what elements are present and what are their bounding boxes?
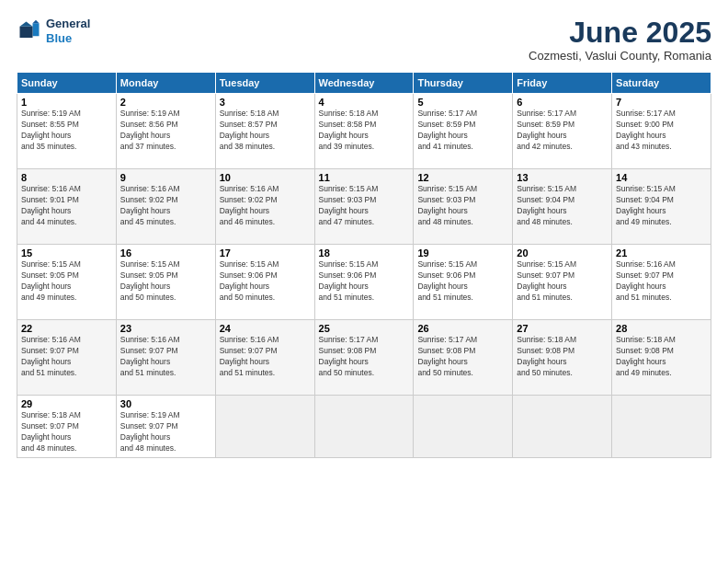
day-number: 25 bbox=[319, 323, 410, 334]
day-number: 29 bbox=[21, 398, 112, 409]
calendar-cell bbox=[612, 396, 711, 458]
calendar-cell: 19 Sunrise: 5:15 AM Sunset: 9:06 PM Dayl… bbox=[414, 245, 513, 320]
calendar-cell: 20 Sunrise: 5:15 AM Sunset: 9:07 PM Dayl… bbox=[513, 245, 612, 320]
svg-marker-0 bbox=[33, 23, 40, 36]
header-sunday: Sunday bbox=[17, 73, 117, 94]
day-number: 22 bbox=[21, 323, 112, 334]
calendar-cell: 15 Sunrise: 5:15 AM Sunset: 9:05 PM Dayl… bbox=[17, 245, 117, 320]
logo: General Blue bbox=[17, 17, 90, 45]
day-info: Sunrise: 5:15 AM Sunset: 9:04 PM Dayligh… bbox=[517, 184, 608, 228]
calendar-cell: 4 Sunrise: 5:18 AM Sunset: 8:58 PM Dayli… bbox=[314, 94, 414, 169]
day-number: 11 bbox=[319, 172, 410, 183]
day-number: 13 bbox=[517, 172, 608, 183]
day-number: 24 bbox=[220, 323, 311, 334]
calendar-header-row: Sunday Monday Tuesday Wednesday Thursday… bbox=[17, 73, 711, 94]
page: General Blue June 2025 Cozmesti, Vaslui … bbox=[0, 0, 728, 563]
day-info: Sunrise: 5:15 AM Sunset: 9:06 PM Dayligh… bbox=[417, 259, 508, 304]
day-info: Sunrise: 5:15 AM Sunset: 9:03 PM Dayligh… bbox=[319, 184, 410, 228]
calendar-cell: 7 Sunrise: 5:17 AM Sunset: 9:00 PM Dayli… bbox=[612, 94, 711, 169]
calendar-cell: 10 Sunrise: 5:16 AM Sunset: 9:02 PM Dayl… bbox=[215, 169, 314, 245]
day-info: Sunrise: 5:18 AM Sunset: 9:08 PM Dayligh… bbox=[616, 335, 707, 379]
day-number: 30 bbox=[120, 398, 211, 409]
calendar-cell bbox=[414, 396, 513, 458]
day-info: Sunrise: 5:15 AM Sunset: 9:04 PM Dayligh… bbox=[616, 184, 707, 228]
day-info: Sunrise: 5:18 AM Sunset: 8:57 PM Dayligh… bbox=[220, 109, 311, 153]
day-info: Sunrise: 5:17 AM Sunset: 8:59 PM Dayligh… bbox=[417, 109, 508, 153]
day-number: 21 bbox=[616, 247, 707, 259]
day-number: 4 bbox=[319, 97, 410, 108]
header-wednesday: Wednesday bbox=[314, 73, 414, 94]
header-thursday: Thursday bbox=[414, 73, 513, 94]
day-info: Sunrise: 5:15 AM Sunset: 9:07 PM Dayligh… bbox=[517, 259, 608, 304]
day-info: Sunrise: 5:15 AM Sunset: 9:03 PM Dayligh… bbox=[417, 184, 508, 228]
day-number: 26 bbox=[417, 323, 508, 334]
day-number: 12 bbox=[417, 172, 508, 183]
calendar-cell: 9 Sunrise: 5:16 AM Sunset: 9:02 PM Dayli… bbox=[116, 169, 215, 245]
calendar-cell: 18 Sunrise: 5:15 AM Sunset: 9:06 PM Dayl… bbox=[314, 245, 414, 320]
calendar-cell: 12 Sunrise: 5:15 AM Sunset: 9:03 PM Dayl… bbox=[414, 169, 513, 245]
calendar-cell: 21 Sunrise: 5:16 AM Sunset: 9:07 PM Dayl… bbox=[612, 245, 711, 320]
day-number: 15 bbox=[21, 247, 112, 259]
day-number: 17 bbox=[220, 247, 311, 259]
day-info: Sunrise: 5:17 AM Sunset: 9:08 PM Dayligh… bbox=[319, 335, 410, 379]
day-number: 3 bbox=[220, 97, 311, 108]
day-info: Sunrise: 5:15 AM Sunset: 9:05 PM Dayligh… bbox=[120, 259, 211, 304]
calendar-cell: 16 Sunrise: 5:15 AM Sunset: 9:05 PM Dayl… bbox=[116, 245, 215, 320]
day-info: Sunrise: 5:16 AM Sunset: 9:01 PM Dayligh… bbox=[21, 184, 112, 228]
day-info: Sunrise: 5:17 AM Sunset: 9:08 PM Dayligh… bbox=[417, 335, 508, 379]
calendar-cell: 1 Sunrise: 5:19 AM Sunset: 8:55 PM Dayli… bbox=[17, 94, 117, 169]
day-info: Sunrise: 5:17 AM Sunset: 8:59 PM Dayligh… bbox=[517, 109, 608, 153]
day-info: Sunrise: 5:16 AM Sunset: 9:07 PM Dayligh… bbox=[120, 335, 211, 379]
calendar-cell: 24 Sunrise: 5:16 AM Sunset: 9:07 PM Dayl… bbox=[215, 320, 314, 396]
calendar-cell bbox=[314, 396, 414, 458]
header-saturday: Saturday bbox=[612, 73, 711, 94]
day-info: Sunrise: 5:19 AM Sunset: 9:07 PM Dayligh… bbox=[120, 410, 211, 454]
day-info: Sunrise: 5:16 AM Sunset: 9:07 PM Dayligh… bbox=[21, 335, 112, 379]
location: Cozmesti, Vaslui County, Romania bbox=[529, 49, 711, 63]
day-info: Sunrise: 5:18 AM Sunset: 9:07 PM Dayligh… bbox=[21, 410, 112, 454]
calendar-cell: 8 Sunrise: 5:16 AM Sunset: 9:01 PM Dayli… bbox=[17, 169, 117, 245]
calendar-cell: 11 Sunrise: 5:15 AM Sunset: 9:03 PM Dayl… bbox=[314, 169, 414, 245]
header-monday: Monday bbox=[116, 73, 215, 94]
day-number: 18 bbox=[319, 247, 410, 259]
calendar-cell: 3 Sunrise: 5:18 AM Sunset: 8:57 PM Dayli… bbox=[215, 94, 314, 169]
day-info: Sunrise: 5:19 AM Sunset: 8:55 PM Dayligh… bbox=[21, 109, 112, 153]
calendar-cell: 6 Sunrise: 5:17 AM Sunset: 8:59 PM Dayli… bbox=[513, 94, 612, 169]
day-number: 1 bbox=[21, 97, 112, 108]
day-info: Sunrise: 5:15 AM Sunset: 9:06 PM Dayligh… bbox=[319, 259, 410, 304]
calendar-cell bbox=[513, 396, 612, 458]
logo-text-blue: Blue bbox=[46, 31, 90, 46]
day-info: Sunrise: 5:16 AM Sunset: 9:02 PM Dayligh… bbox=[220, 184, 311, 228]
day-info: Sunrise: 5:18 AM Sunset: 9:08 PM Dayligh… bbox=[517, 335, 608, 379]
day-info: Sunrise: 5:16 AM Sunset: 9:07 PM Dayligh… bbox=[616, 259, 707, 304]
day-info: Sunrise: 5:15 AM Sunset: 9:06 PM Dayligh… bbox=[220, 259, 311, 304]
svg-marker-3 bbox=[20, 21, 33, 26]
svg-marker-1 bbox=[33, 19, 40, 23]
calendar-cell: 13 Sunrise: 5:15 AM Sunset: 9:04 PM Dayl… bbox=[513, 169, 612, 245]
day-number: 7 bbox=[616, 97, 707, 108]
calendar-cell: 25 Sunrise: 5:17 AM Sunset: 9:08 PM Dayl… bbox=[314, 320, 414, 396]
calendar-cell: 26 Sunrise: 5:17 AM Sunset: 9:08 PM Dayl… bbox=[414, 320, 513, 396]
day-number: 16 bbox=[120, 247, 211, 259]
day-number: 19 bbox=[417, 247, 508, 259]
day-info: Sunrise: 5:17 AM Sunset: 9:00 PM Dayligh… bbox=[616, 109, 707, 153]
day-number: 8 bbox=[21, 172, 112, 183]
calendar-cell: 2 Sunrise: 5:19 AM Sunset: 8:56 PM Dayli… bbox=[116, 94, 215, 169]
calendar-cell: 27 Sunrise: 5:18 AM Sunset: 9:08 PM Dayl… bbox=[513, 320, 612, 396]
day-number: 20 bbox=[517, 247, 608, 259]
logo-text-general: General bbox=[46, 17, 90, 31]
day-number: 23 bbox=[120, 323, 211, 334]
calendar-cell: 17 Sunrise: 5:15 AM Sunset: 9:06 PM Dayl… bbox=[215, 245, 314, 320]
day-number: 5 bbox=[417, 97, 508, 108]
day-info: Sunrise: 5:19 AM Sunset: 8:56 PM Dayligh… bbox=[120, 109, 211, 153]
calendar-cell: 22 Sunrise: 5:16 AM Sunset: 9:07 PM Dayl… bbox=[17, 320, 117, 396]
day-number: 27 bbox=[517, 323, 608, 334]
calendar-cell: 29 Sunrise: 5:18 AM Sunset: 9:07 PM Dayl… bbox=[17, 396, 117, 458]
calendar-cell: 5 Sunrise: 5:17 AM Sunset: 8:59 PM Dayli… bbox=[414, 94, 513, 169]
day-number: 14 bbox=[616, 172, 707, 183]
day-info: Sunrise: 5:16 AM Sunset: 9:02 PM Dayligh… bbox=[120, 184, 211, 228]
title-area: June 2025 Cozmesti, Vaslui County, Roman… bbox=[529, 17, 711, 63]
calendar-cell: 14 Sunrise: 5:15 AM Sunset: 9:04 PM Dayl… bbox=[612, 169, 711, 245]
calendar-cell: 28 Sunrise: 5:18 AM Sunset: 9:08 PM Dayl… bbox=[612, 320, 711, 396]
day-number: 9 bbox=[120, 172, 211, 183]
